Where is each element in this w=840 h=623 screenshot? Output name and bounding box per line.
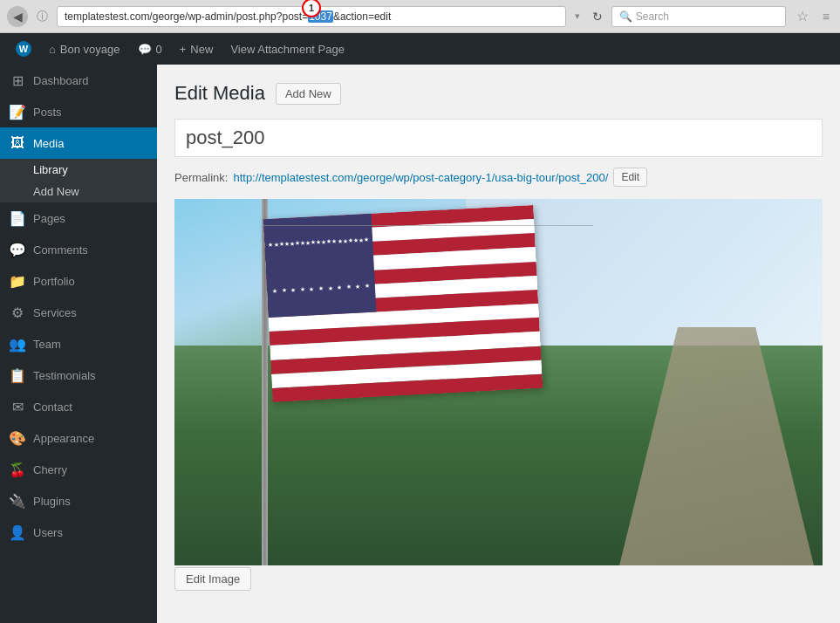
admin-bar-view-attachment[interactable]: View Attachment Page [222,33,353,65]
refresh-button[interactable]: ↻ [589,10,606,24]
star-21: ★ [282,287,287,294]
star-27: ★ [337,284,342,291]
testimonials-icon: 📋 [9,367,26,384]
contact-icon: ✉ [9,399,26,415]
browser-menu-icon[interactable]: ≡ [819,10,833,24]
star-24: ★ [309,285,314,292]
sidebar-item-library[interactable]: Library [0,159,157,181]
star-26: ★ [327,284,332,291]
star-29: ★ [355,283,360,290]
sidebar-item-portfolio[interactable]: 📁 Portfolio [0,265,157,297]
content-area: Edit Media Add New Permalink: http://tem… [157,65,840,623]
sidebar-label-portfolio: Portfolio [33,275,75,288]
sidebar-label-cherry: Cherry [33,463,67,476]
edit-image-button[interactable]: Edit Image [174,567,251,591]
plus-icon: + [180,43,187,56]
media-image-container: ★ ★ ★ ★ ★ ★ ★ ★ ★ ★ ★ ★ ★ ★ ★ ★ ★ [174,199,823,565]
wp-logo-button[interactable]: W [7,33,40,65]
site-name: Bon voyage [60,43,120,56]
services-icon: ⚙ [9,305,26,321]
star-22: ★ [290,286,296,293]
add-new-button[interactable]: Add New [276,83,341,105]
sidebar-item-appearance[interactable]: 🎨 Appearance [0,422,157,454]
sidebar-item-pages[interactable]: 📄 Pages [0,202,157,234]
sidebar-label-team: Team [33,338,61,351]
home-icon: ⌂ [49,43,56,56]
sidebar-label-add-new-media: Add New [33,185,79,198]
url-prefix: templatestest.com/george/wp-admin/post.p… [65,10,308,23]
sidebar-item-comments[interactable]: 💬 Comments [0,234,157,265]
browser-chrome: ◀ ⓘ templatestest.com/george/wp-admin/po… [0,0,840,33]
sidebar-label-testimonials: Testimonials [33,369,96,382]
page-header: Edit Media Add New [174,82,823,105]
sidebar-label-library: Library [33,163,68,176]
post-name-input[interactable] [174,119,823,157]
sidebar-item-services[interactable]: ⚙ Services [0,297,157,328]
users-icon: 👤 [9,524,26,541]
bookmark-star-icon[interactable]: ☆ [791,8,814,24]
appearance-icon: 🎨 [9,430,26,447]
sidebar-item-testimonials[interactable]: 📋 Testimonials [0,359,157,391]
admin-bar-new[interactable]: + New [171,33,222,65]
sidebar-item-media[interactable]: 🖼 Media [0,127,157,159]
sidebar-label-comments: Comments [33,243,88,257]
sidebar-label-services: Services [33,306,77,319]
sidebar-item-posts[interactable]: 📝 Posts [0,96,157,127]
browser-search-box[interactable]: 🔍 Search [611,6,786,27]
sidebar-label-posts: Posts [33,106,62,119]
sidebar-label-plugins: Plugins [33,495,71,508]
url-suffix: &action=edit [333,10,391,23]
edit-permalink-button[interactable]: Edit [613,168,647,187]
sidebar-item-team[interactable]: 👥 Team [0,328,157,359]
sidebar-item-plugins[interactable]: 🔌 Plugins [0,485,157,517]
permalink-link[interactable]: http://templatestest.com/george/wp/post-… [233,171,608,184]
search-icon: 🔍 [619,10,632,23]
sidebar-label-dashboard: Dashboard [33,74,89,87]
pages-icon: 📄 [9,210,26,227]
sidebar-item-dashboard[interactable]: ⊞ Dashboard [0,65,157,96]
star-19: ★ [364,236,369,243]
sidebar-item-add-new-media[interactable]: Add New [0,181,157,202]
admin-bar-home[interactable]: ⌂ Bon voyage [40,33,129,65]
sidebar-label-appearance: Appearance [33,432,94,445]
url-badge: 1 [302,0,321,17]
info-icon: ⓘ [33,9,51,24]
sidebar: ⊞ Dashboard 📝 Posts 🖼 Media Library Add … [0,65,157,623]
sidebar-item-users[interactable]: 👤 Users [0,517,157,548]
star-23: ★ [300,286,305,293]
cherry-icon: 🍒 [9,462,26,478]
page-title: Edit Media [174,82,265,105]
media-icon: 🖼 [9,135,26,151]
portfolio-icon: 📁 [9,273,26,290]
dashboard-icon: ⊞ [9,72,26,89]
sidebar-label-contact: Contact [33,400,72,414]
url-dropdown-icon[interactable]: ▾ [571,10,584,22]
sidebar-label-users: Users [33,526,63,539]
star-25: ★ [318,284,324,291]
star-28: ★ [345,284,351,291]
team-icon: 👥 [9,336,26,353]
view-attachment-label: View Attachment Page [230,43,345,56]
wp-admin-bar: W ⌂ Bon voyage 💬 0 + New View Attachment… [0,33,840,65]
comment-bubble-icon: 💬 [138,43,152,56]
flag-canton: ★ ★ ★ ★ ★ ★ ★ ★ ★ ★ ★ ★ ★ ★ ★ ★ ★ [263,214,377,318]
main-layout: ⊞ Dashboard 📝 Posts 🖼 Media Library Add … [0,65,840,623]
admin-bar-comments[interactable]: 💬 0 [129,33,171,65]
comment-count: 0 [156,43,162,56]
sidebar-label-pages: Pages [33,212,65,225]
sidebar-label-media: Media [33,137,64,150]
sidebar-item-contact[interactable]: ✉ Contact [0,391,157,422]
new-label: New [190,43,213,56]
star-30: ★ [364,283,369,290]
star-20: ★ [272,287,277,294]
url-bar[interactable]: templatestest.com/george/wp-admin/post.p… [57,6,566,27]
american-flag: ★ ★ ★ ★ ★ ★ ★ ★ ★ ★ ★ ★ ★ ★ ★ ★ ★ [263,205,543,402]
permalink-bar: Permalink: http://templatestest.com/geor… [174,168,823,187]
edit-image-section: Edit Image [174,567,823,591]
posts-icon: 📝 [9,104,26,120]
comments-icon: 💬 [9,242,26,258]
wire [262,225,593,226]
search-placeholder: Search [636,10,669,23]
sidebar-item-cherry[interactable]: 🍒 Cherry [0,454,157,485]
back-button[interactable]: ◀ [7,6,28,27]
